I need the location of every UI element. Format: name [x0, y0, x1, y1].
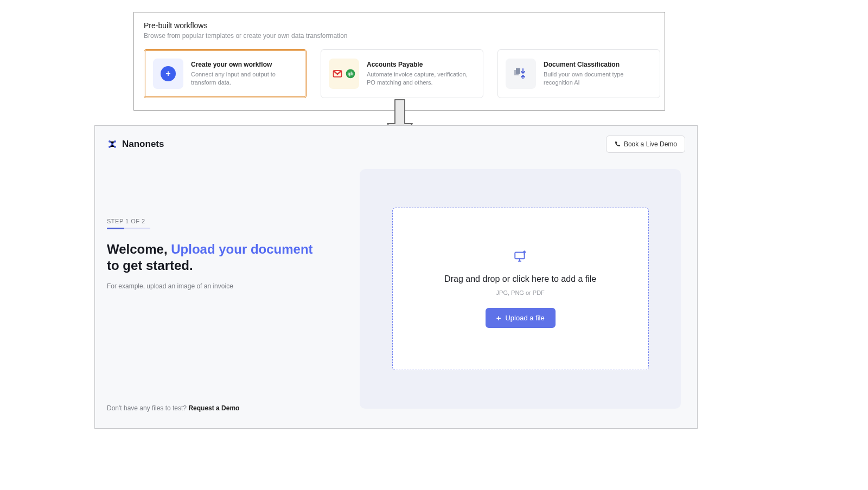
upload-monitor-icon [513, 249, 527, 263]
phone-icon [614, 141, 621, 147]
svg-rect-4 [516, 68, 520, 74]
upload-file-button[interactable]: + Upload a file [486, 308, 556, 328]
upload-file-label: Upload a file [505, 314, 544, 322]
gmail-quickbooks-icon: qb [329, 59, 359, 89]
footer-note: Don't have any files to test? Request a … [107, 404, 239, 412]
example-hint: For example, upload an image of an invoi… [107, 282, 343, 290]
book-demo-button[interactable]: Book a Live Demo [606, 136, 685, 153]
document-split-icon [506, 59, 536, 89]
card-title: Accounts Payable [367, 61, 475, 68]
svg-text:qb: qb [347, 71, 354, 76]
card-title: Document Classification [544, 61, 652, 68]
drop-zone-formats: JPG, PNG or PDF [496, 289, 545, 296]
book-demo-label: Book a Live Demo [624, 140, 677, 148]
card-desc: Connect any input and output to transfor… [191, 70, 297, 87]
drop-zone[interactable]: Drag and drop or click here to add a fil… [392, 208, 649, 371]
workflow-card-doc-classification[interactable]: Document Classification Build your own d… [497, 49, 660, 98]
step-label: STEP 1 OF 2 [107, 218, 343, 224]
workflow-card-create-own[interactable]: + Create your own workflow Connect any i… [144, 49, 307, 98]
plus-icon: + [496, 313, 501, 323]
brand: Nanonets [107, 139, 164, 150]
workflows-subheading: Browse from popular templates or create … [144, 32, 655, 40]
welcome-heading: Welcome, Upload your document to get sta… [107, 241, 324, 274]
brand-name: Nanonets [122, 139, 164, 150]
nanonets-logo-icon [107, 139, 118, 150]
card-desc: Automate invoice capture, verification, … [367, 70, 475, 87]
svg-rect-10 [515, 253, 524, 259]
plus-circle-icon: + [153, 59, 183, 89]
workflows-panel: Pre-built workflows Browse from popular … [133, 12, 665, 111]
workflows-heading: Pre-built workflows [144, 21, 655, 30]
workflow-card-accounts-payable[interactable]: qb Accounts Payable Automate invoice cap… [321, 49, 483, 98]
card-desc: Build your own document type recognition… [544, 70, 652, 87]
upload-area: Drag and drop or click here to add a fil… [360, 169, 681, 409]
onboarding-panel: Nanonets Book a Live Demo STEP 1 OF 2 We… [94, 125, 698, 429]
request-demo-link[interactable]: Request a Demo [188, 404, 239, 412]
card-title: Create your own workflow [191, 61, 297, 68]
step-progress [107, 228, 150, 229]
drop-zone-title: Drag and drop or click here to add a fil… [444, 274, 596, 284]
